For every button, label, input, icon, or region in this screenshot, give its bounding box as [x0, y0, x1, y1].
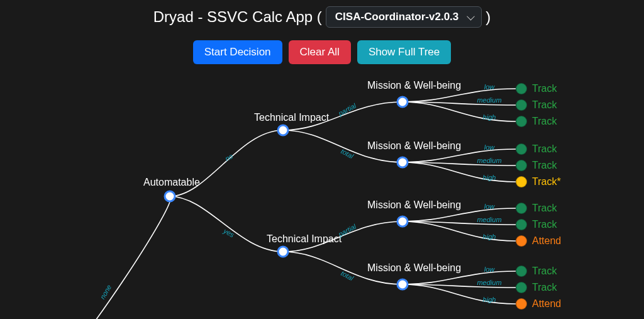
decision-dot: [516, 219, 527, 230]
edge-high: high: [483, 113, 496, 121]
edge-high: high: [483, 174, 496, 181]
decision-dot: [516, 266, 527, 277]
edge-medium: medium: [477, 157, 501, 164]
edge-low: low: [484, 203, 495, 210]
edge-no: no: [224, 152, 234, 162]
decision-track-star: Track*: [532, 176, 561, 187]
decision-dot: [516, 143, 527, 155]
node-mission-wellbeing: Mission & Well-being: [367, 262, 461, 274]
decision-dot: [516, 203, 527, 214]
edge-low: low: [484, 266, 495, 273]
decision-dot: [516, 176, 527, 187]
decision-dot: [516, 235, 527, 247]
decision-attend: Attend: [532, 235, 561, 247]
node-technical-impact: Technical Impact: [267, 233, 341, 245]
node-automatable: Automatable: [143, 177, 200, 188]
decision-track: Track: [532, 143, 557, 155]
decision-dot: [516, 160, 527, 171]
edge-partial: partial: [337, 102, 357, 118]
node-technical-impact: Technical Impact: [254, 112, 329, 123]
decision-dot: [516, 298, 527, 310]
decision-dot: [516, 116, 527, 127]
edge-none: none: [99, 283, 113, 300]
edge-low: low: [484, 143, 495, 151]
edge-total: total: [340, 147, 355, 160]
edge-high: high: [483, 296, 496, 303]
decision-track: Track: [532, 83, 557, 94]
edge-low: low: [484, 83, 495, 91]
decision-dot: [516, 282, 527, 293]
decision-track: Track: [532, 282, 557, 293]
node-mission-wellbeing: Mission & Well-being: [367, 199, 461, 211]
decision-track: Track: [532, 116, 557, 127]
decision-track: Track: [532, 219, 557, 230]
decision-track: Track: [532, 160, 557, 171]
edge-medium: medium: [477, 279, 501, 286]
decision-track: Track: [532, 203, 557, 214]
decision-attend: Attend: [532, 298, 561, 310]
edge-medium: medium: [477, 216, 501, 223]
node-mission-wellbeing: Mission & Well-being: [367, 140, 461, 152]
edge-total: total: [340, 269, 355, 282]
edge-partial: partial: [337, 223, 357, 238]
edge-medium: medium: [477, 96, 501, 104]
node-mission-wellbeing: Mission & Well-being: [367, 80, 461, 91]
decision-track: Track: [532, 99, 557, 111]
decision-track: Track: [532, 266, 557, 277]
decision-dot: [516, 83, 527, 94]
decision-dot: [516, 99, 527, 111]
edge-high: high: [483, 233, 496, 240]
edge-yes: yes: [223, 227, 236, 239]
